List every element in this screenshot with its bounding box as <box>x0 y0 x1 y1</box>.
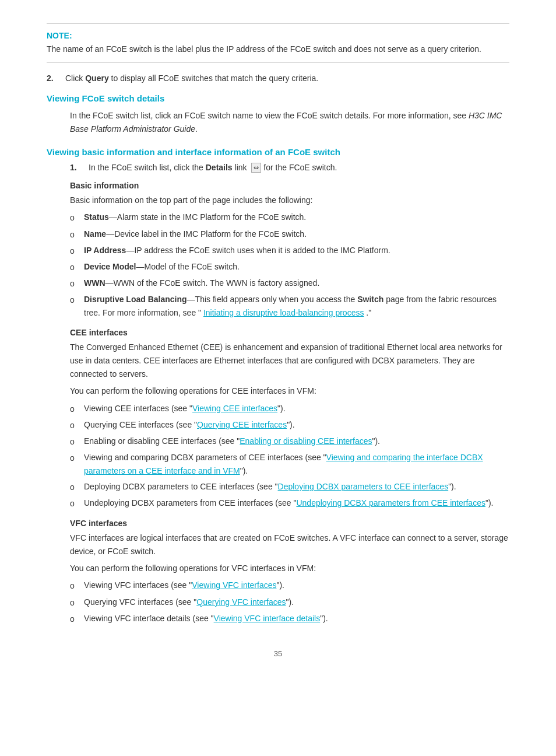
cee-interfaces-desc1: The Converged Enhanced Ethernet (CEE) is… <box>70 341 509 381</box>
basic-info-item-name: o Name—Device label in the IMC Platform … <box>70 228 509 242</box>
basic-info-subheading: Basic information <box>70 181 509 190</box>
vfc-viewing-link[interactable]: Viewing VFC interfaces <box>192 580 276 590</box>
vfc-item-2: o Querying VFC interfaces (see "Querying… <box>70 596 509 610</box>
cee-dcbx-link[interactable]: Viewing and comparing the interface DCBX… <box>84 453 483 475</box>
cee-viewing-link[interactable]: Viewing CEE interfaces <box>192 404 277 413</box>
section-basic-info-body: 1. In the FCoE switch list, click the De… <box>70 163 509 626</box>
section-fcoe-switch-details-heading: Viewing FCoE switch details <box>47 93 509 103</box>
basic-info-step1-text: In the FCoE switch list, click the Detai… <box>89 163 337 173</box>
step-2-bold: Query <box>85 74 108 83</box>
page-number: 35 <box>47 649 509 658</box>
step-2-text: Click Query to display all FCoE switches… <box>65 74 318 83</box>
basic-info-intro: Basic information on the top part of the… <box>70 194 509 207</box>
cee-item-5: o Deploying DCBX parameters to CEE inter… <box>70 480 509 494</box>
cee-item-3: o Enabling or disabling CEE interfaces (… <box>70 435 509 449</box>
basic-info-item-device-model: o Device Model—Model of the FCoE switch. <box>70 260 509 274</box>
note-box: NOTE: The name of an FCoE switch is the … <box>47 23 509 63</box>
section-basic-info-heading: Viewing basic information and interface … <box>47 147 509 157</box>
dlb-link[interactable]: Initiating a disruptive load-balancing p… <box>203 308 364 317</box>
cee-interfaces-desc2: You can perform the following operations… <box>70 384 509 398</box>
cee-querying-link[interactable]: Querying CEE interfaces <box>197 420 287 429</box>
vfc-item-1: o Viewing VFC interfaces (see "Viewing V… <box>70 579 509 593</box>
vfc-interfaces-subheading: VFC interfaces <box>70 519 509 528</box>
cee-undeploy-link[interactable]: Undeploying DCBX parameters from CEE int… <box>296 498 485 508</box>
details-icon: ⇔ <box>251 163 261 173</box>
basic-info-item-status: o Status—Alarm state in the IMC Platform… <box>70 211 509 225</box>
vfc-interfaces-list: o Viewing VFC interfaces (see "Viewing V… <box>70 579 509 625</box>
details-bold: Details <box>206 163 233 172</box>
vfc-querying-link[interactable]: Querying VFC interfaces <box>196 597 286 607</box>
cee-interfaces-subheading: CEE interfaces <box>70 328 509 337</box>
basic-info-item-dlb: o Disruptive Load Balancing—This field a… <box>70 293 509 320</box>
cee-enabling-link[interactable]: Enabling or disabling CEE interfaces <box>240 436 372 446</box>
step-2-rest: to display all FCoE switches that match … <box>111 74 319 83</box>
basic-info-step1: 1. In the FCoE switch list, click the De… <box>70 163 509 173</box>
vfc-interfaces-desc1: VFC interfaces are logical interfaces th… <box>70 531 509 558</box>
cee-interfaces-list: o Viewing CEE interfaces (see "Viewing C… <box>70 402 509 511</box>
cee-item-2: o Querying CEE interfaces (see "Querying… <box>70 418 509 432</box>
basic-info-list: o Status—Alarm state in the IMC Platform… <box>70 211 509 320</box>
vfc-details-link[interactable]: Viewing VFC interface details <box>214 614 321 623</box>
page: NOTE: The name of an FCoE switch is the … <box>0 0 556 693</box>
cee-item-4: o Viewing and comparing DCBX parameters … <box>70 451 509 478</box>
cee-item-1: o Viewing CEE interfaces (see "Viewing C… <box>70 402 509 416</box>
section-fcoe-switch-details-text: In the FCoE switch list, click an FCoE s… <box>70 109 509 136</box>
step-2-number: 2. <box>47 74 58 83</box>
vfc-item-3: o Viewing VFC interface details (see "Vi… <box>70 612 509 626</box>
section-fcoe-switch-details-body: In the FCoE switch list, click an FCoE s… <box>70 109 509 136</box>
step-2: 2. Click Query to display all FCoE switc… <box>47 74 509 83</box>
basic-info-item-ip: o IP Address—IP address the FCoE switch … <box>70 244 509 258</box>
note-text: The name of an FCoE switch is the label … <box>47 43 509 55</box>
cee-deploy-link[interactable]: Deploying DCBX parameters to CEE interfa… <box>278 482 449 491</box>
note-label: NOTE: <box>47 31 509 40</box>
vfc-interfaces-desc2: You can perform the following operations… <box>70 562 509 575</box>
basic-info-item-wwn: o WWN—WWN of the FCoE switch. The WWN is… <box>70 276 509 290</box>
basic-info-step1-number: 1. <box>70 163 82 173</box>
fcoe-guide-ref: H3C IMC Base Platform Administrator Guid… <box>70 111 502 134</box>
cee-item-6: o Undeploying DCBX parameters from CEE i… <box>70 496 509 510</box>
